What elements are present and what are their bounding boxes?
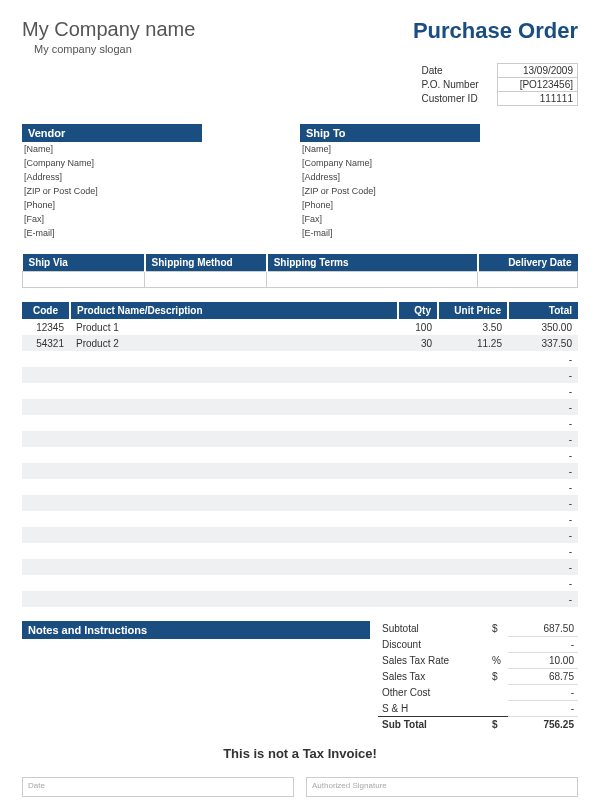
cell-desc[interactable] [70, 559, 398, 575]
cell-code[interactable]: 54321 [22, 335, 70, 351]
table-row[interactable]: - [22, 431, 578, 447]
cell-desc[interactable] [70, 511, 398, 527]
cell-qty[interactable] [398, 527, 438, 543]
cell-total[interactable]: - [508, 351, 578, 367]
cell-qty[interactable] [398, 447, 438, 463]
cell-total[interactable]: - [508, 479, 578, 495]
cell-code[interactable] [22, 591, 70, 607]
table-row[interactable]: - [22, 383, 578, 399]
cell-total[interactable]: - [508, 367, 578, 383]
cell-total[interactable]: - [508, 559, 578, 575]
cell-total[interactable]: - [508, 463, 578, 479]
table-row[interactable]: - [22, 527, 578, 543]
cell-qty[interactable] [398, 511, 438, 527]
cell-desc[interactable] [70, 367, 398, 383]
vendor-field[interactable]: [Fax] [22, 212, 300, 226]
cell-code[interactable] [22, 367, 70, 383]
cell-code[interactable]: 12345 [22, 319, 70, 335]
table-row[interactable]: - [22, 495, 578, 511]
cell-desc[interactable]: Product 1 [70, 319, 398, 335]
cell-code[interactable] [22, 383, 70, 399]
vendor-field[interactable]: [Name] [22, 142, 300, 156]
cell-desc[interactable] [70, 591, 398, 607]
cell-code[interactable] [22, 495, 70, 511]
cell-total[interactable]: - [508, 575, 578, 591]
vendor-field[interactable]: [ZIP or Post Code] [22, 184, 300, 198]
cell-code[interactable] [22, 351, 70, 367]
cell-desc[interactable] [70, 479, 398, 495]
cell-total[interactable]: - [508, 511, 578, 527]
cell-desc[interactable] [70, 543, 398, 559]
shipto-field[interactable]: [ZIP or Post Code] [300, 184, 578, 198]
shipto-field[interactable]: [Fax] [300, 212, 578, 226]
cell-desc[interactable] [70, 575, 398, 591]
table-row[interactable]: 12345Product 11003.50350.00 [22, 319, 578, 335]
table-row[interactable]: - [22, 511, 578, 527]
signature-date[interactable]: Date [22, 777, 294, 797]
cell-total[interactable]: - [508, 415, 578, 431]
cell-qty[interactable] [398, 575, 438, 591]
meta-po-value[interactable]: [PO123456] [498, 78, 578, 92]
other-value[interactable]: - [508, 685, 578, 701]
signature-authorized[interactable]: Authorized Signature [306, 777, 578, 797]
cell-total[interactable]: 337.50 [508, 335, 578, 351]
cell-qty[interactable]: 100 [398, 319, 438, 335]
cell-qty[interactable] [398, 591, 438, 607]
cell-total[interactable]: - [508, 447, 578, 463]
cell-price[interactable] [438, 431, 508, 447]
cell-desc[interactable] [70, 463, 398, 479]
cell-qty[interactable] [398, 479, 438, 495]
sh-value[interactable]: - [508, 701, 578, 717]
shipto-field[interactable]: [Company Name] [300, 156, 578, 170]
cell-code[interactable] [22, 479, 70, 495]
cell-total[interactable]: - [508, 543, 578, 559]
cell-desc[interactable] [70, 431, 398, 447]
ship-method-value[interactable] [145, 272, 267, 288]
cell-qty[interactable] [398, 367, 438, 383]
shipto-field[interactable]: [E-mail] [300, 226, 578, 240]
cell-price[interactable] [438, 575, 508, 591]
shipto-field[interactable]: [Phone] [300, 198, 578, 212]
cell-qty[interactable] [398, 383, 438, 399]
table-row[interactable]: - [22, 399, 578, 415]
cell-total[interactable]: - [508, 591, 578, 607]
cell-code[interactable] [22, 575, 70, 591]
cell-qty[interactable] [398, 463, 438, 479]
vendor-field[interactable]: [Phone] [22, 198, 300, 212]
cell-price[interactable] [438, 399, 508, 415]
cell-qty[interactable]: 30 [398, 335, 438, 351]
cell-desc[interactable] [70, 399, 398, 415]
cell-code[interactable] [22, 463, 70, 479]
cell-price[interactable] [438, 511, 508, 527]
cell-price[interactable]: 11.25 [438, 335, 508, 351]
meta-date-value[interactable]: 13/09/2009 [498, 64, 578, 78]
cell-price[interactable] [438, 383, 508, 399]
table-row[interactable]: - [22, 479, 578, 495]
table-row[interactable]: - [22, 575, 578, 591]
vendor-field[interactable]: [Address] [22, 170, 300, 184]
cell-price[interactable] [438, 527, 508, 543]
cell-price[interactable] [438, 367, 508, 383]
meta-cust-value[interactable]: 111111 [498, 92, 578, 106]
vendor-field[interactable]: [E-mail] [22, 226, 300, 240]
table-row[interactable]: - [22, 367, 578, 383]
discount-value[interactable]: - [508, 637, 578, 653]
cell-code[interactable] [22, 399, 70, 415]
cell-code[interactable] [22, 447, 70, 463]
cell-code[interactable] [22, 559, 70, 575]
cell-code[interactable] [22, 431, 70, 447]
cell-code[interactable] [22, 543, 70, 559]
table-row[interactable]: - [22, 559, 578, 575]
cell-price[interactable]: 3.50 [438, 319, 508, 335]
table-row[interactable]: - [22, 463, 578, 479]
cell-price[interactable] [438, 479, 508, 495]
cell-desc[interactable] [70, 351, 398, 367]
table-row[interactable]: 54321Product 23011.25337.50 [22, 335, 578, 351]
cell-desc[interactable] [70, 527, 398, 543]
ship-via-value[interactable] [23, 272, 145, 288]
cell-qty[interactable] [398, 559, 438, 575]
cell-price[interactable] [438, 351, 508, 367]
cell-total[interactable]: - [508, 495, 578, 511]
table-row[interactable]: - [22, 591, 578, 607]
table-row[interactable]: - [22, 415, 578, 431]
